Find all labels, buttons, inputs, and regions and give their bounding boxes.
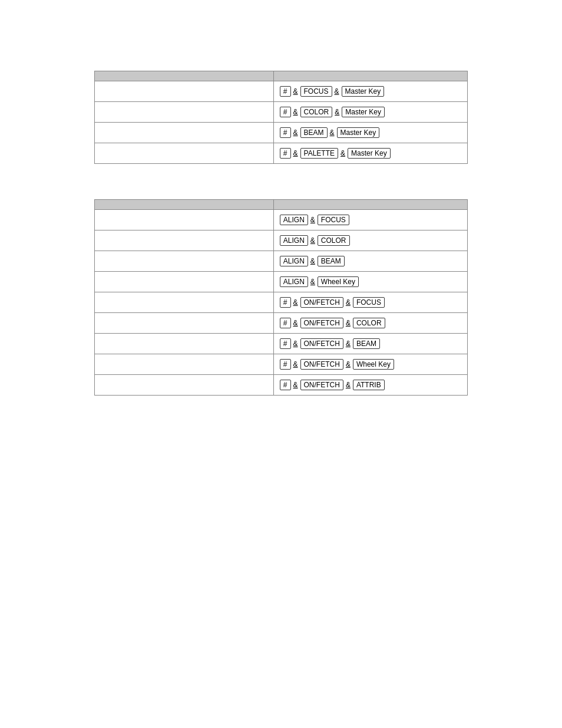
key-combo: ALIGN&Wheel Key — [280, 276, 359, 287]
key-badge: ATTRIB — [353, 380, 385, 390]
table-row: #&PALETTE&Master Key — [95, 143, 468, 164]
key-combo: #&COLOR&Master Key — [280, 107, 385, 117]
row-combo: ALIGN&COLOR — [273, 230, 467, 251]
ampersand: & — [346, 340, 351, 348]
key-badge: ALIGN — [280, 215, 308, 225]
key-badge: Wheel Key — [318, 276, 359, 287]
row-label — [95, 123, 274, 143]
row-label — [95, 143, 274, 164]
key-badge: ALIGN — [280, 276, 308, 287]
row-combo: #&COLOR&Master Key — [273, 102, 467, 123]
key-badge: Master Key — [337, 127, 380, 138]
row-label — [95, 354, 274, 375]
key-badge: FOCUS — [318, 215, 349, 225]
row-label — [95, 251, 274, 272]
key-combo: #&BEAM&Master Key — [280, 127, 379, 138]
row-label — [95, 292, 274, 313]
row-combo: #&BEAM&Master Key — [273, 123, 467, 143]
key-combo: #&ON/FETCH&BEAM — [280, 338, 380, 349]
key-badge: BEAM — [353, 338, 380, 349]
key-badge: ON/FETCH — [300, 359, 343, 370]
table-1: #&FOCUS&Master Key#&COLOR&Master Key#&BE… — [94, 71, 468, 164]
key-combo: #&ON/FETCH&COLOR — [280, 318, 385, 328]
key-badge: ON/FETCH — [300, 297, 343, 308]
key-badge: Master Key — [342, 107, 385, 117]
key-badge: ON/FETCH — [300, 338, 343, 349]
table-row: #&BEAM&Master Key — [95, 123, 468, 143]
key-combo: ALIGN&COLOR — [280, 235, 350, 246]
key-combo: #&ON/FETCH&Wheel Key — [280, 359, 394, 370]
key-combo: ALIGN&BEAM — [280, 256, 345, 266]
table1-header-col1 — [95, 71, 274, 81]
ampersand: & — [293, 149, 298, 157]
key-badge: Master Key — [342, 86, 385, 97]
key-badge: # — [280, 107, 291, 117]
ampersand: & — [293, 381, 298, 389]
key-badge: # — [280, 338, 291, 349]
row-combo: ALIGN&BEAM — [273, 251, 467, 272]
key-badge: # — [280, 359, 291, 370]
key-combo: ALIGN&FOCUS — [280, 215, 349, 225]
key-badge: COLOR — [353, 318, 385, 328]
key-badge: # — [280, 86, 291, 97]
row-combo: #&ON/FETCH&BEAM — [273, 334, 467, 354]
table-section-1: #&FOCUS&Master Key#&COLOR&Master Key#&BE… — [94, 71, 468, 164]
key-badge: Wheel Key — [353, 359, 394, 370]
table-row: #&ON/FETCH&COLOR — [95, 313, 468, 334]
table-row: #&ON/FETCH&ATTRIB — [95, 375, 468, 396]
key-combo: #&ON/FETCH&ATTRIB — [280, 380, 385, 390]
table-row: ALIGN&FOCUS — [95, 210, 468, 230]
ampersand: & — [293, 108, 298, 116]
table2-header-col2 — [273, 200, 467, 210]
ampersand: & — [310, 216, 315, 224]
ampersand: & — [340, 149, 345, 157]
key-badge: FOCUS — [353, 297, 385, 308]
row-label — [95, 210, 274, 230]
table-2: ALIGN&FOCUSALIGN&COLORALIGN&BEAMALIGN&Wh… — [94, 199, 468, 396]
key-badge: # — [280, 127, 291, 138]
ampersand: & — [310, 278, 315, 286]
key-combo: #&ON/FETCH&FOCUS — [280, 297, 385, 308]
key-badge: ON/FETCH — [300, 318, 343, 328]
ampersand: & — [293, 87, 298, 95]
key-badge: BEAM — [318, 256, 345, 266]
table-row: ALIGN&Wheel Key — [95, 272, 468, 292]
row-combo: ALIGN&Wheel Key — [273, 272, 467, 292]
ampersand: & — [346, 381, 351, 389]
key-badge: ON/FETCH — [300, 380, 343, 390]
ampersand: & — [346, 319, 351, 327]
table1-header-col2 — [273, 71, 467, 81]
key-badge: PALETTE — [300, 148, 338, 159]
key-badge: # — [280, 380, 291, 390]
key-badge: COLOR — [300, 107, 333, 117]
ampersand: & — [293, 319, 298, 327]
key-combo: #&FOCUS&Master Key — [280, 86, 384, 97]
ampersand: & — [293, 298, 298, 307]
key-badge: # — [280, 297, 291, 308]
row-combo: #&ON/FETCH&Wheel Key — [273, 354, 467, 375]
table-row: #&ON/FETCH&BEAM — [95, 334, 468, 354]
key-badge: # — [280, 318, 291, 328]
key-badge: BEAM — [300, 127, 328, 138]
key-badge: Master Key — [348, 148, 391, 159]
row-label — [95, 81, 274, 102]
ampersand: & — [310, 257, 315, 265]
table-row: #&FOCUS&Master Key — [95, 81, 468, 102]
row-combo: #&PALETTE&Master Key — [273, 143, 467, 164]
ampersand: & — [330, 129, 335, 137]
key-combo: #&PALETTE&Master Key — [280, 148, 391, 159]
ampersand: & — [335, 87, 339, 95]
ampersand: & — [310, 236, 315, 245]
row-label — [95, 230, 274, 251]
row-label — [95, 375, 274, 396]
key-badge: # — [280, 148, 291, 159]
row-label — [95, 334, 274, 354]
ampersand: & — [346, 360, 351, 368]
table-section-2: ALIGN&FOCUSALIGN&COLORALIGN&BEAMALIGN&Wh… — [94, 199, 468, 396]
key-badge: COLOR — [318, 235, 350, 246]
table-row: #&ON/FETCH&FOCUS — [95, 292, 468, 313]
ampersand: & — [335, 108, 339, 116]
row-combo: #&ON/FETCH&ATTRIB — [273, 375, 467, 396]
ampersand: & — [293, 340, 298, 348]
row-label — [95, 102, 274, 123]
